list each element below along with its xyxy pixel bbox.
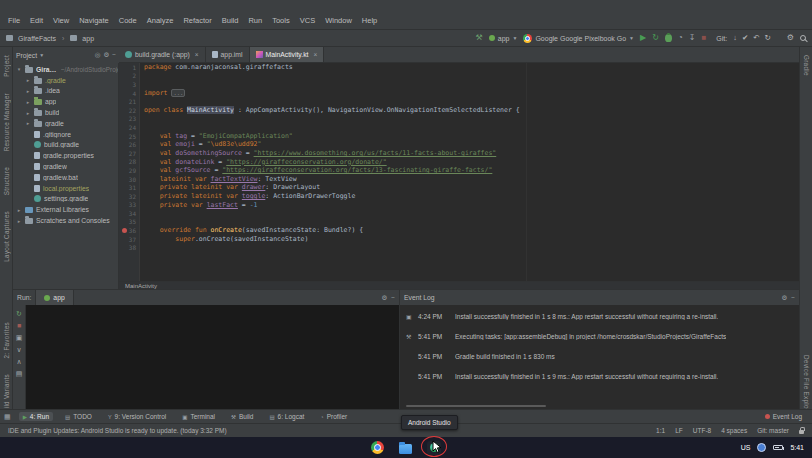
code-line[interactable]: val donateLink = "https://giraffeconserv… <box>144 158 799 167</box>
tool-strip-left-resource-manager[interactable]: Resource Manager <box>3 93 10 151</box>
gutter-line[interactable]: 3 <box>119 80 139 89</box>
event-log-entry[interactable]: ⚒5:41 PMExecuting tasks: [app:assembleDe… <box>406 333 793 340</box>
gutter-line[interactable]: 28 <box>119 158 139 167</box>
code-line[interactable]: open class MainActivity : AppCompatActiv… <box>144 106 799 115</box>
gutter-line[interactable]: 27 <box>119 149 139 158</box>
tree-item-app[interactable]: ▸app <box>13 96 118 107</box>
clock[interactable]: 5:41 <box>790 444 804 451</box>
status-git-master[interactable]: Git: master <box>757 427 789 434</box>
search-icon[interactable] <box>800 35 806 41</box>
menu-analyze[interactable]: Analyze <box>142 14 179 27</box>
tree-item-external-libraries[interactable]: ▸External Libraries <box>13 204 118 215</box>
rerun-icon[interactable]: ↻ <box>16 310 22 317</box>
tree-item-gradlew-bat[interactable]: gradlew.bat <box>13 172 118 183</box>
expand-arrow-icon[interactable]: ▸ <box>25 110 31 116</box>
tree-item-giraffefacts[interactable]: ▾GiraffeFacts ~/AndroidStudioProjects/Gi… <box>13 64 118 75</box>
gutter-line[interactable]: 34 <box>119 209 139 218</box>
tree-item-local-properties[interactable]: local.properties <box>13 183 118 194</box>
toolwindow-button-4-run[interactable]: ▶4: Run <box>19 412 53 421</box>
gutter-line[interactable]: 35 <box>119 218 139 227</box>
gutter-line[interactable]: 24 <box>119 123 139 132</box>
menu-view[interactable]: View <box>48 14 74 27</box>
tree-item-gradle-properties[interactable]: gradle.properties <box>13 150 118 161</box>
hide-icon[interactable]: − <box>391 294 395 302</box>
gear-icon[interactable]: ⚙ <box>103 51 109 59</box>
code-line[interactable]: private lateinit var toggle: ActionBarDr… <box>144 192 799 201</box>
close-tab-icon[interactable]: × <box>195 51 199 58</box>
tree-item-idea[interactable]: ▸.idea <box>13 86 118 97</box>
tree-item-scratches-and-consoles[interactable]: ▸Scratches and Consoles <box>13 215 118 226</box>
menu-vcs[interactable]: VCS <box>295 14 320 27</box>
code-editor[interactable]: 1234212223242526272829303132333435363738… <box>119 63 799 281</box>
scroll-up-icon[interactable]: ∧ <box>16 358 21 365</box>
run-console[interactable] <box>26 305 399 409</box>
expand-arrow-icon[interactable]: ▾ <box>16 66 22 72</box>
tool-strip-left-structure[interactable]: Structure <box>3 167 10 195</box>
tree-item-gitignore[interactable]: .gitignore <box>13 129 118 140</box>
code-line[interactable]: import ... <box>144 89 799 98</box>
editor-tab-mainactivity-kt[interactable]: MainActivity.kt× <box>250 47 325 62</box>
run-tab-app[interactable]: app <box>35 290 73 305</box>
menu-edit[interactable]: Edit <box>25 14 48 27</box>
tool-windows-icon[interactable]: ▦ <box>4 413 11 421</box>
expand-arrow-icon[interactable]: ▸ <box>16 207 22 213</box>
settings-icon[interactable]: ⚙ <box>381 294 387 302</box>
code-line[interactable]: private lateinit var drawer: DrawerLayou… <box>144 183 799 192</box>
code-line[interactable] <box>144 97 799 106</box>
breadcrumb-module[interactable]: app <box>82 35 94 42</box>
expand-arrow-icon[interactable]: ▸ <box>25 99 31 105</box>
code-line[interactable]: package com.naranjaconsal.giraffefacts <box>144 63 799 72</box>
tree-item-gradlew[interactable]: gradlew <box>13 161 118 172</box>
editor-tab-build-gradle-app[interactable]: build.gradle (:app)× <box>119 47 206 62</box>
menu-navigate[interactable]: Navigate <box>74 14 114 27</box>
editor-tab-app-iml[interactable]: app.iml <box>206 47 250 62</box>
close-tab-icon[interactable]: × <box>313 51 317 58</box>
editor-gutter[interactable]: 1234212223242526272829303132333435363738 <box>119 63 140 281</box>
settings-icon[interactable]: ⚙ <box>781 294 787 302</box>
run-icon[interactable]: ▶ <box>640 34 646 42</box>
menu-build[interactable]: Build <box>217 14 244 27</box>
status-4-spaces[interactable]: 4 spaces <box>721 427 747 434</box>
clear-icon[interactable]: ▤ <box>16 370 23 377</box>
tool-strip-right-gradle[interactable]: Gradle <box>803 55 810 76</box>
android-studio-taskbar-icon[interactable] <box>427 441 441 455</box>
gutter-line[interactable]: 25 <box>119 132 139 141</box>
hide-icon[interactable]: − <box>791 294 795 302</box>
gutter-line[interactable]: 30 <box>119 175 139 184</box>
toolwindow-button-terminal[interactable]: ▣Terminal <box>178 412 219 421</box>
hide-panel-icon[interactable]: − <box>112 51 116 59</box>
breadcrumb-project[interactable]: GiraffeFacts <box>18 35 56 42</box>
event-log-entry[interactable]: ▣4:24 PMInstall successfully finished in… <box>406 313 793 320</box>
expand-arrow-icon[interactable]: ▸ <box>25 120 31 126</box>
settings-icon[interactable]: ⚙ <box>787 34 794 42</box>
toolwindow-button-event-log[interactable]: Event Log <box>761 412 806 421</box>
menu-code[interactable]: Code <box>114 14 142 27</box>
event-log-entry[interactable]: 5:41 PMInstall successfully finished in … <box>406 373 793 380</box>
menu-help[interactable]: Help <box>357 14 382 27</box>
refresh-icon[interactable]: ↻ <box>765 34 771 42</box>
override-marker-icon[interactable] <box>122 228 127 233</box>
code-line[interactable]: val gcfSource = "https://giraffeconserva… <box>144 166 799 175</box>
tool-strip-left-layout-captures[interactable]: Layout Captures <box>3 211 10 262</box>
menu-window[interactable]: Window <box>320 14 357 27</box>
locate-icon[interactable]: ◎ <box>95 51 101 59</box>
gutter-line[interactable]: 33 <box>119 201 139 210</box>
lock-icon[interactable] <box>799 430 804 434</box>
code-line[interactable]: lateinit var factTextView: TextView <box>144 175 799 184</box>
event-log-entry[interactable]: 5:41 PMGradle build finished in 1 s 830 … <box>406 353 793 360</box>
tree-item-build[interactable]: ▸build <box>13 107 118 118</box>
code-line[interactable]: super.onCreate(savedInstanceState) <box>144 235 799 244</box>
chrome-taskbar-icon[interactable] <box>371 441 384 454</box>
keyboard-layout-indicator[interactable]: US <box>741 444 751 451</box>
expand-arrow-icon[interactable]: ▸ <box>16 218 22 224</box>
code-line[interactable] <box>144 243 799 252</box>
gutter-line[interactable]: 23 <box>119 115 139 124</box>
status-1-1[interactable]: 1:1 <box>656 427 665 434</box>
tool-strip-left-project[interactable]: Project <box>3 55 10 77</box>
status-utf-8[interactable]: UTF-8 <box>693 427 711 434</box>
toolwindow-button-6-logcat[interactable]: ▤6: Logcat <box>265 412 308 421</box>
gutter-line[interactable]: 4 <box>119 89 139 98</box>
status-message[interactable]: IDE and Plugin Updates: Android Studio i… <box>8 427 227 434</box>
run-configuration-select[interactable]: app ▼ <box>489 35 518 42</box>
menu-tools[interactable]: Tools <box>267 14 295 27</box>
